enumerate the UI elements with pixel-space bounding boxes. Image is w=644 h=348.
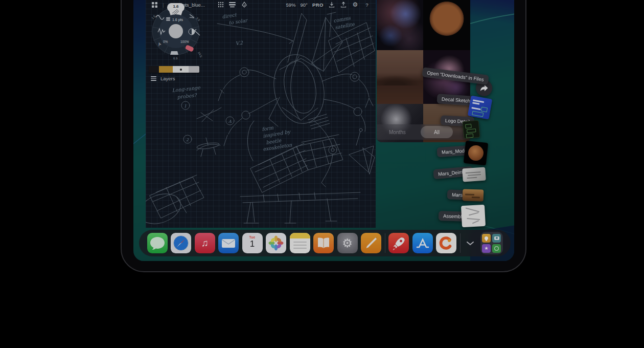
calendar-weekday: Tue xyxy=(242,235,263,239)
stage: { "concepts": { "toolbar": { "title": "C… xyxy=(0,0,644,348)
drag-thumb-assembly[interactable] xyxy=(461,205,486,227)
dock-app-settings[interactable]: ⚙ xyxy=(337,233,358,253)
drag-thumb-decal-sketches[interactable] xyxy=(468,96,492,120)
share-arrow-icon xyxy=(479,84,489,92)
drag-label-open-downloads[interactable]: Open “Downloads” in Files xyxy=(422,67,489,85)
dock-app-sketch[interactable] xyxy=(361,233,381,253)
calendar-day: 1 xyxy=(242,239,263,249)
dock-divider xyxy=(385,233,385,253)
tips-mini-icon xyxy=(482,234,491,243)
ipad-screen: direct to solar comms satellite V.2 Long… xyxy=(133,0,514,261)
dock: ♫ Tue 1 xyxy=(139,230,511,256)
dock-collapse-button[interactable] xyxy=(464,233,477,253)
dock-app-mail[interactable] xyxy=(218,233,239,253)
clock-mini-icon xyxy=(492,244,501,253)
dock-app-notes[interactable] xyxy=(290,233,310,253)
chevron-down-icon xyxy=(466,241,474,246)
dock-app-photos[interactable] xyxy=(266,233,286,253)
dock-app-music[interactable]: ♫ xyxy=(195,233,215,253)
dock-app-rocket[interactable] xyxy=(388,233,409,253)
dock-app-concepts[interactable] xyxy=(436,233,456,253)
dock-app-library[interactable]: ★ xyxy=(480,232,503,254)
dock-divider-2 xyxy=(460,233,461,253)
drag-thumb-mars-deimos[interactable] xyxy=(462,167,486,182)
dock-app-appstore[interactable] xyxy=(412,233,433,253)
drag-thumb-mars-model[interactable] xyxy=(464,141,488,165)
drag-thumb-mars[interactable] xyxy=(463,189,484,201)
drag-layer: Open “Downloads” in Files Decal Sketches… xyxy=(133,0,514,261)
dock-app-safari[interactable] xyxy=(171,233,191,253)
star-mini-icon: ★ xyxy=(482,244,491,253)
dock-app-messages[interactable] xyxy=(147,233,168,253)
dock-app-books[interactable] xyxy=(313,233,334,253)
drag-thumb-logo-detail[interactable] xyxy=(463,120,480,139)
dock-app-calendar[interactable]: Tue 1 xyxy=(242,233,263,253)
camera-mini-icon xyxy=(492,234,501,243)
